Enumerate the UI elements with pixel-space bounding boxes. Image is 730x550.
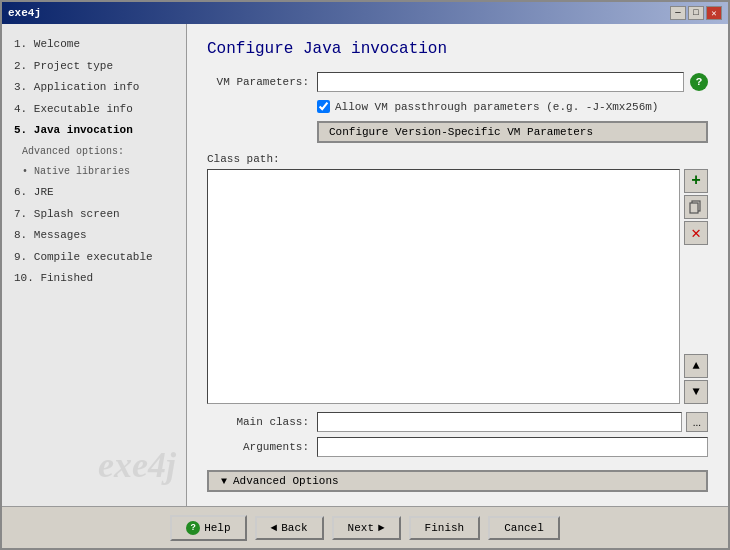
classpath-buttons: + ✕ ▲ ▼ xyxy=(684,169,708,404)
help-label: Help xyxy=(204,522,230,534)
sidebar: 1. Welcome 2. Project type 3. Applicatio… xyxy=(2,24,187,506)
watermark: exe4j xyxy=(98,444,176,486)
vm-passthrough-label: Allow VM passthrough parameters (e.g. -J… xyxy=(335,101,658,113)
advanced-options-label: Advanced Options xyxy=(233,475,339,487)
sidebar-item-application-info[interactable]: 3. Application info xyxy=(10,77,178,99)
sidebar-item-native-libraries[interactable]: • Native libraries xyxy=(10,162,178,182)
back-button[interactable]: ◄ Back xyxy=(255,516,324,540)
classpath-up-button[interactable]: ▲ xyxy=(684,354,708,378)
vm-parameters-row: VM Parameters: ? xyxy=(207,72,708,92)
sidebar-item-finished[interactable]: 10. Finished xyxy=(10,268,178,290)
sidebar-item-messages[interactable]: 8. Messages xyxy=(10,225,178,247)
next-label: Next xyxy=(348,522,374,534)
cancel-button[interactable]: Cancel xyxy=(488,516,560,540)
titlebar: exe4j ─ □ ✕ xyxy=(2,2,728,24)
vm-passthrough-row: Allow VM passthrough parameters (e.g. -J… xyxy=(317,100,708,113)
main-window: exe4j ─ □ ✕ 1. Welcome 2. Project type 3… xyxy=(0,0,730,550)
footer: ? Help ◄ Back Next ► Finish Cancel xyxy=(2,506,728,548)
classpath-down-button[interactable]: ▼ xyxy=(684,380,708,404)
window-title: exe4j xyxy=(8,7,41,19)
main-class-row: Main class: ... xyxy=(207,412,708,432)
sidebar-item-compile-executable[interactable]: 9. Compile executable xyxy=(10,247,178,269)
panel-title: Configure Java invocation xyxy=(207,40,708,58)
help-icon: ? xyxy=(186,521,200,535)
next-arrow-icon: ► xyxy=(378,522,385,534)
vm-parameters-help-icon[interactable]: ? xyxy=(690,73,708,91)
vm-parameters-input[interactable] xyxy=(317,72,684,92)
next-button[interactable]: Next ► xyxy=(332,516,401,540)
classpath-add-button[interactable]: + xyxy=(684,169,708,193)
sidebar-item-project-type[interactable]: 2. Project type xyxy=(10,56,178,78)
classpath-label: Class path: xyxy=(207,153,708,165)
vm-passthrough-checkbox[interactable] xyxy=(317,100,330,113)
close-button[interactable]: ✕ xyxy=(706,6,722,20)
svg-rect-1 xyxy=(690,203,698,213)
content-area: 1. Welcome 2. Project type 3. Applicatio… xyxy=(2,24,728,506)
vm-parameters-label: VM Parameters: xyxy=(207,76,317,88)
maximize-button[interactable]: □ xyxy=(688,6,704,20)
cancel-label: Cancel xyxy=(504,522,544,534)
sidebar-item-splash-screen[interactable]: 7. Splash screen xyxy=(10,204,178,226)
finish-button[interactable]: Finish xyxy=(409,516,481,540)
back-arrow-icon: ◄ xyxy=(271,522,278,534)
sidebar-item-java-invocation[interactable]: 5. Java invocation xyxy=(10,120,178,142)
sidebar-item-welcome[interactable]: 1. Welcome xyxy=(10,34,178,56)
finish-label: Finish xyxy=(425,522,465,534)
classpath-copy-button[interactable] xyxy=(684,195,708,219)
sidebar-item-jre[interactable]: 6. JRE xyxy=(10,182,178,204)
main-class-input[interactable] xyxy=(317,412,682,432)
classpath-area: + ✕ ▲ ▼ xyxy=(207,169,708,404)
minimize-button[interactable]: ─ xyxy=(670,6,686,20)
advanced-arrow-icon: ▼ xyxy=(221,476,227,487)
configure-version-button[interactable]: Configure Version-Specific VM Parameters xyxy=(317,121,708,143)
classpath-list[interactable] xyxy=(207,169,680,404)
window-controls: ─ □ ✕ xyxy=(670,6,722,20)
main-panel: Configure Java invocation VM Parameters:… xyxy=(187,24,728,506)
arguments-label: Arguments: xyxy=(207,441,317,453)
classpath-remove-button[interactable]: ✕ xyxy=(684,221,708,245)
help-button[interactable]: ? Help xyxy=(170,515,246,541)
back-label: Back xyxy=(281,522,307,534)
sidebar-item-advanced-options-label: Advanced options: xyxy=(10,142,178,162)
main-class-browse-button[interactable]: ... xyxy=(686,412,708,432)
sidebar-item-executable-info[interactable]: 4. Executable info xyxy=(10,99,178,121)
advanced-options-button[interactable]: ▼ Advanced Options xyxy=(207,470,708,492)
main-class-label: Main class: xyxy=(207,416,317,428)
arguments-row: Arguments: xyxy=(207,437,708,457)
arguments-input[interactable] xyxy=(317,437,708,457)
bottom-fields: Main class: ... Arguments: xyxy=(207,412,708,462)
